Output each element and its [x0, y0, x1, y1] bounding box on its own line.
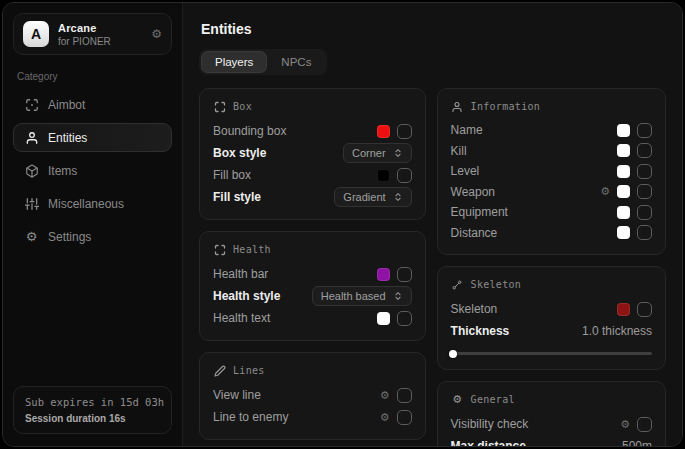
row-label: Name [451, 123, 483, 137]
checkbox[interactable] [397, 311, 412, 326]
checkbox[interactable] [397, 124, 412, 139]
row-label: Health text [213, 311, 270, 325]
sidebar-item-entities[interactable]: Entities [13, 123, 172, 152]
sidebar-item-label: Miscellaneous [48, 197, 124, 211]
row-line-to-enemy: Line to enemy ⚙ [213, 406, 412, 428]
checkbox[interactable] [637, 164, 652, 179]
sidebar-item-label: Aimbot [48, 98, 85, 112]
app-title: Arcane [58, 22, 142, 34]
row-label: Fill box [213, 168, 251, 182]
row-label: Health style [213, 289, 280, 303]
unfold-icon [393, 291, 403, 301]
row-level: Level [451, 161, 652, 182]
checkbox[interactable] [637, 225, 652, 240]
tab-npcs[interactable]: NPCs [268, 52, 324, 72]
slider-thumb[interactable] [449, 350, 457, 358]
fill-style-dropdown[interactable]: Gradient [334, 187, 411, 207]
gear-icon[interactable]: ⚙ [620, 419, 630, 430]
general-panel: ⚙ General Visibility check ⚙ Max distanc… [437, 381, 666, 446]
sidebar-item-miscellaneous[interactable]: Miscellaneous [13, 189, 172, 218]
color-swatch[interactable] [617, 165, 630, 178]
thickness-slider[interactable] [451, 349, 652, 358]
app-logo: A [23, 21, 49, 47]
sidebar-item-label: Settings [48, 230, 91, 244]
app-window: A Arcane for PIONER ⚙ Category Aimbot En… [2, 2, 683, 447]
checkbox[interactable] [397, 388, 412, 403]
color-swatch[interactable] [617, 206, 630, 219]
color-swatch[interactable] [617, 185, 630, 198]
aimbot-icon [24, 97, 39, 112]
sidebar-item-settings[interactable]: ⚙ Settings [13, 222, 172, 251]
gear-icon[interactable]: ⚙ [380, 412, 390, 423]
box-panel-header: Box [213, 100, 412, 113]
checkbox[interactable] [397, 168, 412, 183]
row-view-line: View line ⚙ [213, 384, 412, 406]
panel-title: Information [471, 101, 541, 112]
dropdown-value: Corner [352, 147, 386, 159]
information-icon [451, 100, 464, 113]
lines-panel-header: Lines [213, 364, 412, 377]
health-brackets-icon [213, 243, 226, 256]
checkbox[interactable] [637, 184, 652, 199]
checkbox[interactable] [637, 417, 652, 432]
color-swatch[interactable] [617, 226, 630, 239]
color-swatch[interactable] [617, 124, 630, 137]
color-swatch[interactable] [617, 144, 630, 157]
row-label: Bounding box [213, 124, 286, 138]
row-label: Weapon [451, 185, 495, 199]
row-name: Name [451, 120, 652, 141]
general-panel-header: ⚙ General [451, 393, 652, 406]
right-column: Information Name Kill [437, 88, 666, 446]
row-label: Distance [451, 226, 498, 240]
slider-fill [451, 352, 453, 355]
logo-card: A Arcane for PIONER ⚙ [13, 13, 172, 55]
gear-icon: ⚙ [24, 229, 39, 244]
color-swatch[interactable] [617, 303, 630, 316]
sidebar-item-label: Entities [48, 131, 87, 145]
settings-gear-icon[interactable]: ⚙ [151, 27, 162, 41]
sub-expiry-text: Sub expires in 15d 03h [25, 396, 160, 408]
row-equipment: Equipment [451, 202, 652, 223]
entities-icon [24, 130, 39, 145]
row-label: Line to enemy [213, 410, 288, 424]
sidebar-nav: Aimbot Entities Items Miscellaneous [13, 90, 172, 251]
row-weapon: Weapon ⚙ [451, 182, 652, 203]
color-swatch[interactable] [377, 169, 390, 182]
left-column: Box Bounding box Box style Corner [199, 88, 426, 440]
max-distance-value: 500m [622, 439, 652, 446]
panel-columns: Box Bounding box Box style Corner [199, 88, 666, 446]
page-title: Entities [201, 21, 666, 37]
color-swatch[interactable] [377, 268, 390, 281]
dropdown-value: Gradient [343, 191, 385, 203]
checkbox[interactable] [397, 410, 412, 425]
tab-bar: Players NPCs [199, 49, 327, 75]
general-gear-icon: ⚙ [451, 393, 464, 406]
checkbox[interactable] [637, 123, 652, 138]
row-label: Box style [213, 146, 266, 160]
row-label: View line [213, 388, 261, 402]
gear-icon[interactable]: ⚙ [380, 390, 390, 401]
pencil-line-icon [213, 364, 226, 377]
row-label: Thickness [451, 324, 510, 338]
sidebar-item-aimbot[interactable]: Aimbot [13, 90, 172, 119]
checkbox[interactable] [637, 302, 652, 317]
box-style-dropdown[interactable]: Corner [343, 143, 412, 163]
box-brackets-icon [213, 100, 226, 113]
panel-title: Box [233, 101, 252, 112]
checkbox[interactable] [637, 143, 652, 158]
checkbox[interactable] [397, 267, 412, 282]
panel-title: Lines [233, 365, 265, 376]
tab-players[interactable]: Players [202, 52, 266, 72]
health-style-dropdown[interactable]: Health based [312, 286, 412, 306]
row-health-style: Health style Health based [213, 285, 412, 307]
lines-panel: Lines View line ⚙ Line to enemy ⚙ [199, 352, 426, 440]
row-label: Fill style [213, 190, 261, 204]
sidebar-item-items[interactable]: Items [13, 156, 172, 185]
health-panel: Health Health bar Health style Health ba… [199, 231, 426, 341]
row-skeleton: Skeleton [451, 298, 652, 320]
color-swatch[interactable] [377, 312, 390, 325]
color-swatch[interactable] [377, 125, 390, 138]
bone-icon [451, 278, 464, 291]
gear-icon[interactable]: ⚙ [600, 186, 610, 197]
checkbox[interactable] [637, 205, 652, 220]
